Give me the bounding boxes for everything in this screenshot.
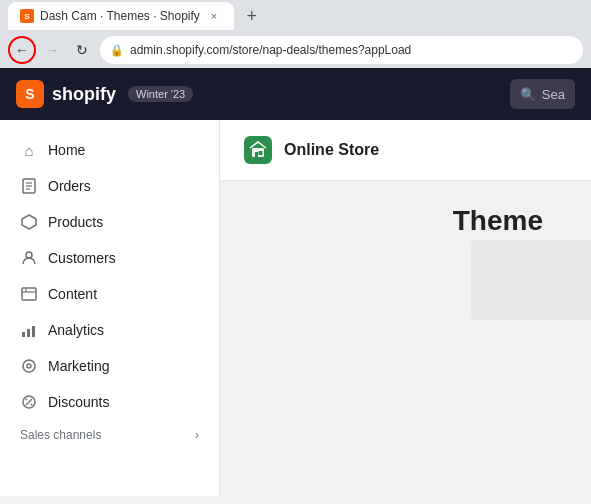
main-content: Online Store Theme — [220, 120, 591, 496]
sidebar-item-label: Orders — [48, 178, 91, 194]
global-search[interactable]: 🔍 Sea — [510, 79, 575, 109]
svg-rect-11 — [32, 326, 35, 337]
season-badge: Winter '23 — [128, 86, 193, 102]
tab-title: Dash Cam · Themes · Shopify — [40, 9, 200, 23]
svg-point-12 — [23, 360, 35, 372]
svg-point-5 — [26, 252, 32, 258]
section-title: Online Store — [284, 141, 379, 159]
sidebar-item-label: Home — [48, 142, 85, 158]
back-button[interactable]: ← — [8, 36, 36, 64]
chevron-right-icon: › — [195, 428, 199, 442]
sales-channels-label: Sales channels — [20, 428, 101, 442]
customers-icon — [20, 249, 38, 267]
search-placeholder: Sea — [542, 87, 565, 102]
svg-rect-9 — [22, 332, 25, 337]
discounts-icon — [20, 393, 38, 411]
sidebar-item-customers[interactable]: Customers — [0, 240, 219, 276]
shopify-logo-icon: S — [16, 80, 44, 108]
shopify-header: S shopify Winter '23 🔍 Sea — [0, 68, 591, 120]
svg-rect-10 — [27, 329, 30, 337]
tab-close-button[interactable]: × — [206, 8, 222, 24]
shopify-logo: S shopify — [16, 80, 116, 108]
sidebar-item-discounts[interactable]: Discounts — [0, 384, 219, 420]
sidebar: ⌂ Home Orders — [0, 120, 220, 496]
analytics-icon — [20, 321, 38, 339]
content-header: Online Store — [220, 120, 591, 181]
browser-nav: ← → ↻ — [8, 36, 96, 64]
shopify-wordmark: shopify — [52, 84, 116, 105]
sidebar-item-label: Marketing — [48, 358, 109, 374]
sales-channels-section[interactable]: Sales channels › — [0, 420, 219, 446]
sidebar-item-label: Content — [48, 286, 97, 302]
tab-favicon: S — [20, 9, 34, 23]
sidebar-item-marketing[interactable]: Marketing — [0, 348, 219, 384]
sidebar-item-label: Products — [48, 214, 103, 230]
marketing-icon — [20, 357, 38, 375]
sidebar-item-content[interactable]: Content — [0, 276, 219, 312]
sidebar-item-label: Customers — [48, 250, 116, 266]
shopify-s-letter: S — [25, 86, 34, 102]
lock-icon: 🔒 — [110, 44, 124, 57]
svg-rect-6 — [22, 288, 36, 300]
svg-marker-4 — [22, 215, 36, 229]
svg-rect-20 — [259, 151, 263, 155]
active-tab[interactable]: S Dash Cam · Themes · Shopify × — [8, 2, 234, 30]
content-icon — [20, 285, 38, 303]
sidebar-item-products[interactable]: Products — [0, 204, 219, 240]
home-icon: ⌂ — [20, 141, 38, 159]
reload-button[interactable]: ↻ — [68, 36, 96, 64]
sidebar-item-orders[interactable]: Orders — [0, 168, 219, 204]
browser-toolbar: ← → ↻ 🔒 admin.shopify.com/store/nap-deal… — [0, 32, 591, 68]
app-body: ⌂ Home Orders — [0, 120, 591, 496]
search-icon: 🔍 — [520, 87, 536, 102]
page-title: Theme — [244, 205, 567, 237]
svg-point-17 — [31, 404, 33, 406]
new-tab-button[interactable]: + — [238, 2, 266, 30]
address-bar[interactable]: 🔒 admin.shopify.com/store/nap-deals/them… — [100, 36, 583, 64]
sidebar-item-label: Discounts — [48, 394, 109, 410]
shopify-app: S shopify Winter '23 🔍 Sea ⌂ Home — [0, 68, 591, 496]
online-store-icon — [244, 136, 272, 164]
sidebar-item-label: Analytics — [48, 322, 104, 338]
orders-icon — [20, 177, 38, 195]
url-text: admin.shopify.com/store/nap-deals/themes… — [130, 43, 411, 57]
sidebar-item-analytics[interactable]: Analytics — [0, 312, 219, 348]
svg-point-16 — [26, 399, 28, 401]
tab-bar: S Dash Cam · Themes · Shopify × + — [0, 0, 591, 32]
svg-point-13 — [27, 364, 31, 368]
forward-button[interactable]: → — [38, 36, 66, 64]
svg-rect-19 — [255, 152, 258, 157]
products-icon — [20, 213, 38, 231]
sidebar-item-home[interactable]: ⌂ Home — [0, 132, 219, 168]
theme-preview-card — [471, 240, 591, 320]
